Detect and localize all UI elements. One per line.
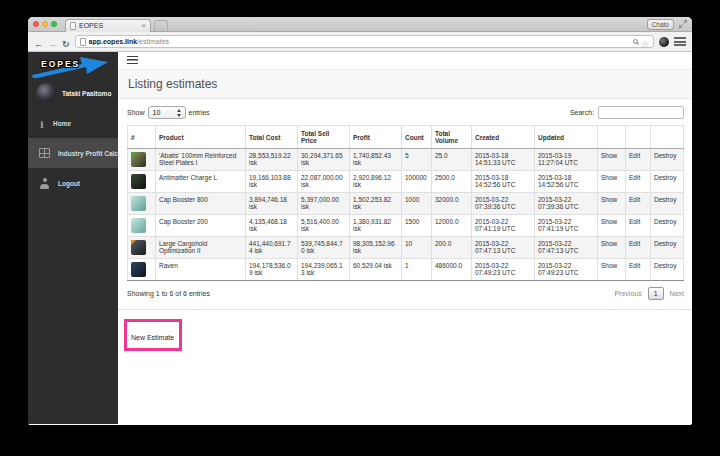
page-icon: [80, 38, 86, 46]
previous-page-button[interactable]: Previous: [614, 290, 641, 297]
edit-link[interactable]: Edit: [629, 152, 640, 159]
profit-cell: 60,529.04 isk: [350, 259, 402, 281]
total-cost-cell: 4,135,468.18 isk: [246, 215, 298, 237]
profit-cell: 1,740,852.43 isk: [350, 149, 402, 171]
page-header: Listing estimates: [118, 69, 692, 99]
destroy-link[interactable]: Destroy: [654, 196, 676, 203]
show-link[interactable]: Show: [601, 240, 617, 247]
sidebar-item-industry-profit-calc[interactable]: Industry Profit Calc: [28, 138, 118, 168]
app-logo: EOPES: [28, 52, 118, 78]
column-header[interactable]: #: [128, 126, 156, 149]
minimize-window-button[interactable]: [42, 21, 48, 27]
table-header-row: #ProductTotal CostTotal Sell PriceProfit…: [128, 126, 684, 149]
close-window-button[interactable]: [33, 21, 39, 27]
sidebar-nav: Home Industry Profit Calc Logout: [28, 108, 118, 198]
created-cell: 2015-03-22 07:41:19 UTC: [472, 215, 535, 237]
updated-cell: 2015-03-18 14:52:56 UTC: [535, 171, 598, 193]
total-cost-cell: 19,166,103.88 isk: [246, 171, 298, 193]
entries-select[interactable]: 10: [148, 106, 186, 119]
page-title: Listing estimates: [128, 77, 683, 91]
url-text: app.eopes.link/estimates: [89, 38, 630, 45]
show-link[interactable]: Show: [601, 218, 617, 225]
column-header[interactable]: [598, 126, 626, 149]
column-header[interactable]: Total Volume: [432, 126, 472, 149]
table-row: Raven 194,178,536.09 isk 194,239,065.13 …: [128, 259, 684, 281]
column-header[interactable]: Profit: [350, 126, 402, 149]
chrome-menu-icon[interactable]: [674, 37, 686, 46]
column-header[interactable]: [651, 126, 684, 149]
updated-cell: 2015-03-22 07:39:36 UTC: [535, 193, 598, 215]
product-cell: Cap Booster 800: [156, 193, 246, 215]
page-1-button[interactable]: 1: [648, 287, 664, 300]
column-header[interactable]: [626, 126, 651, 149]
show-link[interactable]: Show: [601, 174, 617, 181]
product-cell: Large Cargohold Optimization II: [156, 237, 246, 259]
column-header[interactable]: Total Sell Price: [298, 126, 350, 149]
forward-button-icon[interactable]: [48, 33, 57, 51]
back-button-icon[interactable]: [34, 33, 43, 51]
select-stepper-icon: [177, 109, 182, 117]
sidebar-item-label: Logout: [58, 180, 80, 187]
column-header[interactable]: Total Cost: [246, 126, 298, 149]
total-volume-cell: 12000.0: [432, 215, 472, 237]
top-strip: [118, 52, 692, 69]
url-bar[interactable]: app.eopes.link/estimates: [75, 35, 654, 48]
show-link[interactable]: Show: [601, 196, 617, 203]
edit-link[interactable]: Edit: [629, 196, 640, 203]
count-cell: 10: [402, 237, 432, 259]
bookmark-star-icon[interactable]: [641, 33, 649, 51]
zoom-window-button[interactable]: [51, 21, 57, 27]
edit-link[interactable]: Edit: [629, 262, 640, 269]
search-icon[interactable]: [633, 39, 638, 44]
chrome-profile-button[interactable]: Chato: [647, 19, 674, 30]
sidebar-toggle-icon[interactable]: [127, 56, 138, 64]
cargohold-optimization-rig-icon: [131, 240, 146, 255]
extension-icon[interactable]: [659, 37, 669, 47]
total-volume-cell: 486000.0: [432, 259, 472, 281]
close-tab-icon[interactable]: [141, 22, 146, 30]
total-cost-cell: 194,178,536.09 isk: [246, 259, 298, 281]
column-header[interactable]: Product: [156, 126, 246, 149]
show-link[interactable]: Show: [601, 152, 617, 159]
reload-button-icon[interactable]: [62, 33, 70, 51]
destroy-link[interactable]: Destroy: [654, 174, 676, 181]
total-sell-price-cell: 194,239,065.13 isk: [298, 259, 350, 281]
search-control: Search:: [570, 106, 684, 119]
destroy-link[interactable]: Destroy: [654, 240, 676, 247]
column-header[interactable]: Updated: [535, 126, 598, 149]
total-cost-cell: 28,553,519.22 isk: [246, 149, 298, 171]
browser-toolbar: app.eopes.link/estimates: [28, 32, 692, 52]
user-name: Tataki Paaltomo: [62, 90, 111, 97]
show-label: Show: [127, 109, 145, 116]
table-row: Cap Booster 200 4,135,468.18 isk 5,516,4…: [128, 215, 684, 237]
table-row: Antimatter Charge L 19,166,103.88 isk 22…: [128, 171, 684, 193]
table-controls: Show 10 entries Search:: [118, 99, 692, 124]
edit-link[interactable]: Edit: [629, 240, 640, 247]
entries-label: entries: [189, 109, 210, 116]
column-header[interactable]: Count: [402, 126, 432, 149]
edit-link[interactable]: Edit: [629, 218, 640, 225]
search-label: Search:: [570, 109, 594, 116]
sidebar-item-logout[interactable]: Logout: [28, 168, 118, 198]
entries-summary: Showing 1 to 6 of 6 entries: [127, 290, 210, 297]
created-cell: 2015-03-18 14:52:56 UTC: [472, 171, 535, 193]
new-estimate-link[interactable]: New Estimate: [131, 334, 174, 341]
column-header[interactable]: Created: [472, 126, 535, 149]
icon-corner-flag: [131, 240, 136, 245]
search-input[interactable]: [598, 106, 684, 119]
total-sell-price-cell: 5,397,000.00 isk: [298, 193, 350, 215]
browser-tab-bar: EOPES Chato: [28, 17, 692, 32]
created-cell: 2015-03-22 07:47:13 UTC: [472, 237, 535, 259]
fullscreen-expand-icon[interactable]: [679, 20, 687, 28]
edit-link[interactable]: Edit: [629, 174, 640, 181]
browser-tab[interactable]: EOPES: [65, 19, 151, 32]
next-page-button[interactable]: Next: [670, 290, 684, 297]
total-volume-cell: 2500.0: [432, 171, 472, 193]
total-sell-price-cell: 5,516,400.00 isk: [298, 215, 350, 237]
show-link[interactable]: Show: [601, 262, 617, 269]
destroy-link[interactable]: Destroy: [654, 218, 676, 225]
updated-cell: 2015-03-22 07:49:23 UTC: [535, 259, 598, 281]
sidebar-item-home[interactable]: Home: [28, 108, 118, 138]
destroy-link[interactable]: Destroy: [654, 152, 676, 159]
destroy-link[interactable]: Destroy: [654, 262, 676, 269]
